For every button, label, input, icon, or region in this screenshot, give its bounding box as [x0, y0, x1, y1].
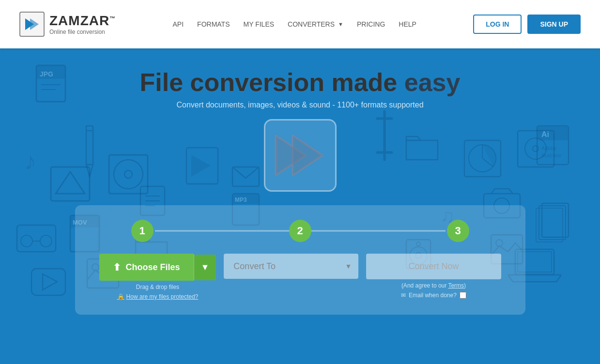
svg-text:Illustrator: Illustrator [541, 153, 562, 158]
nav-myfiles[interactable]: MY FILES [244, 20, 275, 28]
chevron-down-icon: ▼ [201, 262, 210, 272]
agree-text: (And agree to our Terms) [401, 282, 466, 289]
chevron-down-icon: ▼ [338, 21, 343, 27]
hero-subtitle: Convert documents, images, videos & soun… [140, 101, 461, 109]
folder-icon [404, 131, 440, 162]
hero-title-bold: easy [404, 68, 461, 96]
nav-pricing[interactable]: PRICING [357, 20, 385, 28]
svg-rect-49 [539, 206, 566, 240]
email-checkbox[interactable] [460, 292, 466, 299]
step-1-circle: 1 [131, 220, 154, 242]
signup-button[interactable]: SIGN UP [527, 15, 581, 34]
convert-to-wrapper: Convert To ▼ [224, 254, 358, 279]
svg-marker-30 [191, 155, 211, 177]
convert-to-select[interactable]: Convert To [224, 254, 358, 279]
svg-rect-3 [36, 65, 65, 79]
svg-rect-31 [232, 167, 259, 186]
arrow-icon [184, 145, 220, 186]
svg-rect-13 [109, 155, 148, 194]
svg-text:JPG: JPG [40, 70, 53, 78]
cassette-icon [15, 223, 58, 254]
svg-point-41 [533, 146, 538, 152]
svg-rect-10 [86, 126, 93, 165]
svg-rect-2 [36, 65, 65, 102]
nav-formats[interactable]: FORMATS [197, 20, 230, 28]
svg-marker-1 [30, 18, 39, 30]
hero-section: JPG ♪ [0, 48, 600, 364]
svg-text:♪: ♪ [24, 148, 36, 174]
svg-rect-29 [186, 148, 218, 184]
nav-buttons: LOG IN SIGN UP [473, 15, 581, 34]
lock-icon: 🔒 [117, 293, 124, 300]
svg-marker-9 [56, 172, 85, 194]
chart-icon [462, 138, 503, 179]
form-controls: ⬆ Choose Files ▼ Drag & drop files 🔒 How… [99, 254, 501, 300]
jpg-icon: JPG [34, 63, 73, 106]
svg-point-14 [114, 160, 143, 189]
logo-name: ZAMZAR™ [49, 13, 116, 29]
choose-files-dropdown-button[interactable]: ▼ [194, 255, 216, 280]
svg-marker-11 [86, 165, 93, 177]
email-label: Email when done? [409, 292, 457, 299]
svg-text:MP3: MP3 [235, 197, 247, 203]
step-3-circle: 3 [447, 220, 469, 242]
hero-title: File conversion made easy Convert docume… [140, 68, 461, 109]
step-2-circle: 2 [289, 220, 311, 242]
drag-drop-text: Drag & drop files [136, 284, 179, 290]
svg-rect-58 [537, 126, 569, 140]
svg-rect-23 [31, 269, 65, 295]
svg-rect-8 [51, 167, 90, 201]
svg-rect-33 [232, 194, 259, 204]
wrench-icon [372, 106, 397, 167]
film-icon [515, 128, 556, 169]
svg-line-38 [482, 158, 493, 167]
video-play-icon [29, 266, 68, 298]
envelope-icon [230, 165, 262, 189]
logo-sub: Online file conversion [49, 29, 116, 35]
upload-icon: ⬆ [113, 261, 121, 273]
hero-title-normal: File conversion made [140, 68, 404, 96]
email-row: ✉ Email when done? [401, 292, 466, 299]
nav-links: API FORMATS MY FILES CONVERTERS ▼ PRICIN… [173, 20, 416, 28]
svg-text:Adobe: Adobe [541, 145, 557, 151]
convert-now-button[interactable]: Convert Now [366, 254, 501, 279]
svg-text:Ai: Ai [541, 130, 549, 138]
choose-files-main-button[interactable]: ⬆ Choose Files [99, 254, 194, 281]
pencil-icon [82, 121, 97, 181]
choose-files-button[interactable]: ⬆ Choose Files ▼ [99, 254, 216, 281]
svg-rect-57 [537, 126, 569, 165]
logo-text: ZAMZAR™ Online file conversion [49, 13, 116, 35]
convert-to-select-wrapper: Convert To ▼ [224, 254, 358, 279]
login-button[interactable]: LOG IN [473, 15, 522, 34]
nav-help[interactable]: HELP [399, 20, 416, 28]
svg-rect-35 [464, 140, 501, 177]
navbar: ZAMZAR™ Online file conversion API FORMA… [0, 0, 600, 48]
svg-point-36 [469, 145, 496, 172]
triangle-icon [48, 165, 92, 203]
svg-marker-24 [43, 274, 57, 290]
svg-point-20 [21, 235, 32, 247]
terms-link[interactable]: Terms [448, 282, 464, 289]
nav-api[interactable]: API [173, 20, 184, 28]
ai-icon: Ai Adobe Illustrator [535, 123, 573, 167]
svg-point-21 [40, 235, 52, 247]
svg-rect-50 [536, 208, 563, 242]
steps-indicator: 1 2 3 [99, 220, 501, 242]
music-note-icon: ♪ [24, 145, 48, 176]
choose-files-wrapper: ⬆ Choose Files ▼ Drag & drop files 🔒 How… [99, 254, 216, 300]
hero-play-icon [264, 119, 337, 192]
svg-point-40 [525, 138, 546, 159]
nav-converters[interactable]: CONVERTERS ▼ [288, 20, 343, 28]
disc-icon [107, 152, 150, 196]
svg-marker-69 [293, 136, 322, 175]
convert-now-wrapper: Convert Now (And agree to our Terms) ✉ E… [366, 254, 501, 299]
svg-rect-39 [518, 131, 554, 167]
logo-area: ZAMZAR™ Online file conversion [19, 12, 116, 37]
svg-rect-19 [17, 225, 56, 252]
protection-link[interactable]: 🔒 How are my files protected? [117, 293, 199, 300]
logo-icon [19, 12, 45, 37]
svg-rect-48 [542, 203, 569, 237]
svg-point-15 [124, 170, 132, 178]
stack-files-icon [535, 201, 573, 244]
email-icon: ✉ [401, 292, 406, 299]
